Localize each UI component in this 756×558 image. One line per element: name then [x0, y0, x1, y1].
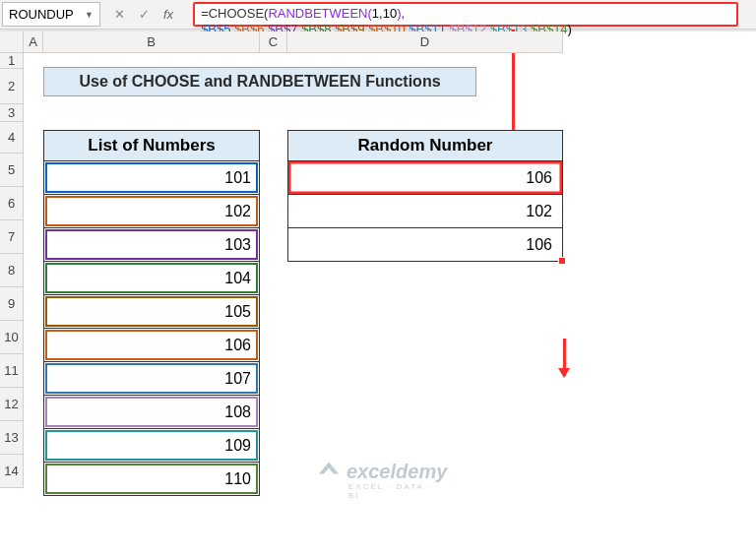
row-header-10[interactable]: 10	[0, 321, 24, 354]
row-header-2[interactable]: 2	[0, 69, 24, 104]
formula-bar-controls: ✕ ✓ fx	[102, 0, 193, 29]
row-header-8[interactable]: 8	[0, 254, 24, 287]
cell-d5-active[interactable]: 106	[287, 161, 563, 195]
watermark: exceldemy EXCEL · DATA · BI	[319, 461, 447, 483]
cell-b8[interactable]: 104	[43, 262, 260, 295]
cell-d7[interactable]: 106	[287, 228, 563, 262]
header-random-number[interactable]: Random Number	[287, 130, 563, 161]
name-box-dropdown-icon[interactable]: ▼	[85, 10, 94, 20]
row-header-12[interactable]: 12	[0, 388, 24, 421]
row-header-4[interactable]: 4	[0, 122, 24, 154]
cell-b10[interactable]: 106	[43, 329, 260, 362]
watermark-brand: exceldemy	[346, 461, 447, 483]
name-box[interactable]: ROUNDUP ▼	[2, 2, 100, 27]
cell-b14[interactable]: 110	[43, 463, 260, 496]
merged-title-cell[interactable]: Use of CHOOSE and RANDBETWEEN Functions	[43, 67, 476, 96]
cell-b11[interactable]: 107	[43, 362, 260, 396]
formula-bar-row: ROUNDUP ▼ ✕ ✓ fx =CHOOSE(RANDBETWEEN(1,1…	[0, 0, 756, 30]
formula-bar-input[interactable]: =CHOOSE(RANDBETWEEN(1,10), $B$5,$B$6,$B$…	[193, 2, 738, 27]
row-header-6[interactable]: 6	[0, 187, 24, 220]
cell-d6[interactable]: 102	[287, 195, 563, 228]
exceldemy-logo-icon	[319, 463, 339, 482]
row-header-5[interactable]: 5	[0, 154, 24, 187]
left-col: 1 2 3 4 5 6 7 8 9 10 11 12 13 14	[0, 31, 24, 558]
cell-b6[interactable]: 102	[43, 195, 260, 228]
row-header-14[interactable]: 14	[0, 455, 24, 488]
cell-b12[interactable]: 108	[43, 396, 260, 429]
row-header-9[interactable]: 9	[0, 287, 24, 321]
cell-b7[interactable]: 103	[43, 228, 260, 262]
watermark-tagline: EXCEL · DATA · BI	[348, 482, 447, 500]
cell-b13[interactable]: 109	[43, 429, 260, 463]
fill-handle-icon[interactable]	[558, 257, 566, 265]
col-header-d[interactable]: D	[287, 31, 563, 53]
cell-b5[interactable]: 101	[43, 161, 260, 195]
header-list-of-numbers[interactable]: List of Numbers	[43, 130, 260, 161]
row-headers: 1 2 3 4 5 6 7 8 9 10 11 12 13 14	[0, 53, 24, 488]
row-header-3[interactable]: 3	[0, 104, 24, 122]
col-header-c[interactable]: C	[260, 31, 287, 53]
row-header-1[interactable]: 1	[0, 53, 24, 69]
cells-area[interactable]: A B C D Use of CHOOSE and RANDBETWEEN Fu…	[24, 31, 756, 558]
select-all-corner[interactable]	[0, 31, 24, 53]
callout-arrow-2	[563, 339, 566, 376]
row-header-7[interactable]: 7	[0, 220, 24, 254]
enter-icon[interactable]: ✓	[139, 7, 150, 22]
column-headers: A B C D	[24, 31, 756, 53]
list-column: 101 102 103 104 105 106 107 108 109 110	[43, 161, 260, 496]
col-header-a[interactable]: A	[24, 31, 43, 53]
cancel-icon[interactable]: ✕	[114, 7, 125, 22]
cell-b9[interactable]: 105	[43, 295, 260, 329]
formula-line-1: =CHOOSE(RANDBETWEEN(1,10),	[201, 6, 730, 22]
worksheet-grid: 1 2 3 4 5 6 7 8 9 10 11 12 13 14 A B C D…	[0, 30, 756, 558]
row-header-13[interactable]: 13	[0, 421, 24, 455]
fx-icon[interactable]: fx	[163, 7, 181, 22]
name-box-value: ROUNDUP	[9, 7, 85, 22]
col-header-b[interactable]: B	[43, 31, 260, 53]
row-header-11[interactable]: 11	[0, 354, 24, 388]
random-column: 106 102 106	[287, 161, 563, 262]
